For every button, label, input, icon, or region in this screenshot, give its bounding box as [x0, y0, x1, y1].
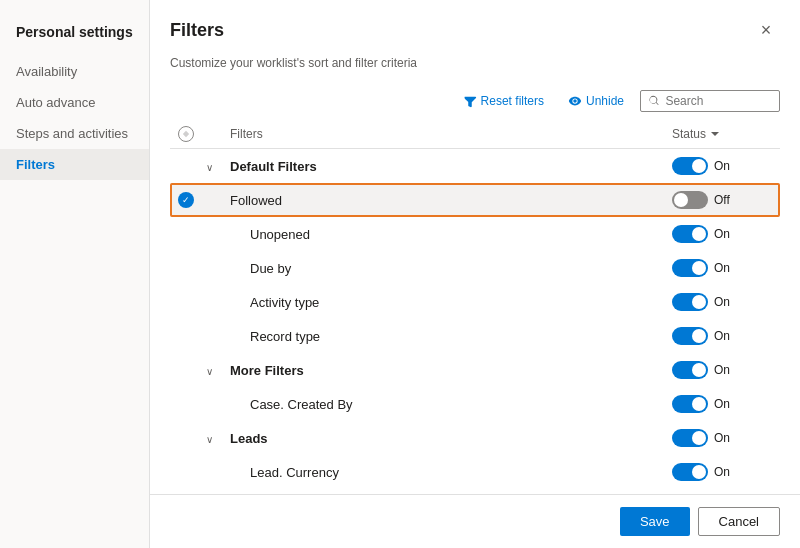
toggle-more-filters[interactable]: On	[672, 361, 738, 379]
reset-filters-button[interactable]: Reset filters	[455, 90, 552, 112]
cancel-button[interactable]: Cancel	[698, 507, 780, 536]
toggle-followed[interactable]: Off	[672, 191, 738, 209]
row-lead-currency[interactable]: Lead. Currency On	[170, 455, 780, 489]
search-input[interactable]	[665, 94, 771, 108]
unhide-button[interactable]: Unhide	[560, 90, 632, 112]
toggle-lead-currency[interactable]: On	[672, 463, 738, 481]
section-more-filters[interactable]: ∨ More Filters On	[170, 353, 780, 387]
section-default-filters[interactable]: ∨ Default Filters On	[170, 149, 780, 183]
sidebar-title: Personal settings	[0, 16, 149, 56]
toolbar: Reset filters Unhide	[150, 82, 800, 120]
col-filters-header: Filters	[230, 127, 672, 141]
dialog-header: Filters ×	[150, 0, 800, 52]
toggle-leads[interactable]: On	[672, 429, 738, 447]
expand-icon: ∨	[206, 162, 213, 173]
reset-filters-icon	[463, 94, 477, 108]
expand-leads-icon: ∨	[206, 434, 213, 445]
table-header: Filters Status	[170, 120, 780, 149]
row-activity-type[interactable]: Activity type On	[170, 285, 780, 319]
sidebar-item-steps-activities[interactable]: Steps and activities	[0, 118, 149, 149]
check-followed-icon: ✓	[178, 192, 194, 208]
expand-more-icon: ∨	[206, 366, 213, 377]
header-circle-icon	[178, 126, 194, 142]
filters-table: Filters Status ∨ Default Filters	[150, 120, 800, 494]
toggle-unopened[interactable]: On	[672, 225, 738, 243]
toggle-record-type[interactable]: On	[672, 327, 738, 345]
save-button[interactable]: Save	[620, 507, 690, 536]
search-icon	[649, 95, 659, 107]
row-due-by[interactable]: Due by On	[170, 251, 780, 285]
dialog-title: Filters	[170, 20, 224, 41]
status-sort-icon	[710, 129, 720, 139]
main-panel: Filters × Customize your worklist's sort…	[150, 0, 800, 548]
row-case-created-by[interactable]: Case. Created By On	[170, 387, 780, 421]
toggle-case-created-by[interactable]: On	[672, 395, 738, 413]
row-record-type[interactable]: Record type On	[170, 319, 780, 353]
row-unopened[interactable]: Unopened On	[170, 217, 780, 251]
toggle-activity-type[interactable]: On	[672, 293, 738, 311]
sidebar-item-filters[interactable]: Filters	[0, 149, 149, 180]
unhide-icon	[568, 94, 582, 108]
sidebar-item-availability[interactable]: Availability	[0, 56, 149, 87]
col-status-header: Status	[672, 127, 772, 141]
toggle-default-filters[interactable]: On	[672, 157, 738, 175]
dialog-subtitle: Customize your worklist's sort and filte…	[150, 52, 800, 82]
sidebar-item-auto-advance[interactable]: Auto advance	[0, 87, 149, 118]
close-button[interactable]: ×	[752, 16, 780, 44]
header-check	[178, 126, 206, 142]
section-leads[interactable]: ∨ Leads On	[170, 421, 780, 455]
dialog-footer: Save Cancel	[150, 494, 800, 548]
toggle-due-by[interactable]: On	[672, 259, 738, 277]
search-box[interactable]	[640, 90, 780, 112]
sidebar: Personal settings Availability Auto adva…	[0, 0, 150, 548]
row-followed[interactable]: ✓ Followed Off	[170, 183, 780, 217]
